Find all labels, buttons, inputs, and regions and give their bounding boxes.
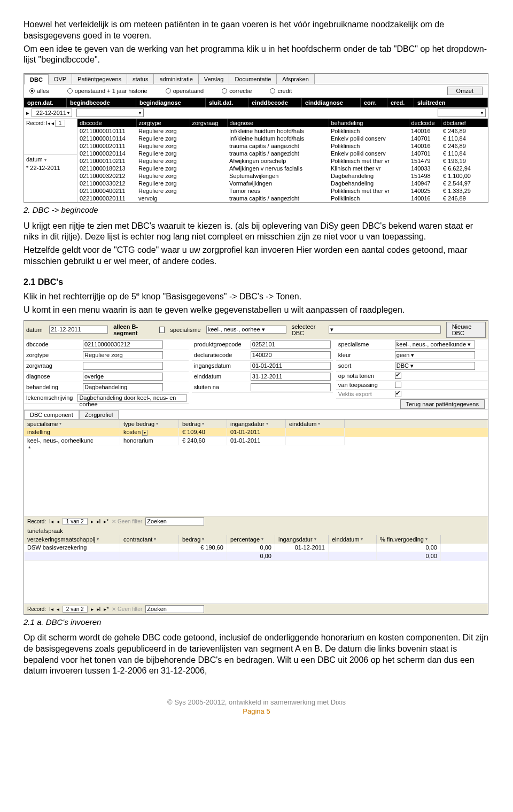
table-row[interactable]: 02110000010111Reguliere zorgInf/kleine h…	[77, 127, 488, 135]
cell: 140701	[409, 135, 441, 142]
table-row[interactable]: 02110000330212Reguliere zorgVormafwijkin…	[77, 180, 488, 187]
tab-dbccomponent[interactable]: DBC component	[24, 410, 79, 419]
dropdown[interactable]: keel-, neus-, oorheelkunde ▾	[395, 341, 475, 349]
terug-button[interactable]: Terug naar patiëntgegevens	[400, 399, 485, 409]
table-row[interactable]: 02110000020111Reguliere zorgtrauma capit…	[77, 142, 488, 150]
field-row: zorgvraag	[24, 361, 189, 372]
nav-prev-icon[interactable]: ◂	[57, 606, 59, 612]
input[interactable]: overige	[83, 373, 163, 381]
cell: 140033	[409, 165, 441, 172]
tab-ovp[interactable]: OVP	[48, 74, 72, 84]
opendat-input[interactable]: 22-12-2011▼	[32, 109, 72, 117]
cell: 02110000180213	[77, 165, 136, 172]
table-row[interactable]: 02110000320212Reguliere zorgSeptumafwijk…	[77, 172, 488, 180]
radio-correctie[interactable]: correctie	[222, 88, 252, 94]
field-row: Vektis export	[336, 390, 488, 399]
input[interactable]: Dagbehandeling	[83, 383, 163, 391]
input[interactable]: Reguliere zorg	[83, 351, 163, 359]
cell: € 246,89	[441, 195, 488, 202]
nav-last-icon[interactable]: ▸I	[97, 606, 101, 612]
cell: 140016	[409, 195, 441, 202]
table-row[interactable]: 02210000020111vervolgtrauma capitis / aa…	[77, 195, 488, 202]
grid-row[interactable]: DSW basisverzekering€ 190,600,0001-12-20…	[24, 544, 488, 552]
tab-patient[interactable]: Patiëntgegevens	[72, 74, 127, 84]
star-date-row: * 22-12-2011	[24, 164, 77, 172]
input[interactable]: 31-12-2011	[251, 373, 331, 381]
cell: 140016	[409, 127, 441, 135]
cell: Dagbehandeling	[329, 180, 409, 187]
table-row[interactable]: 02110000400211Reguliere zorgTumor neusPo…	[77, 187, 488, 195]
nav-prev-icon[interactable]: ◂	[51, 120, 54, 126]
table-row[interactable]: 02110000110211Reguliere zorgAfwijkingen …	[77, 157, 488, 165]
zoeken-input[interactable]: Zoeken	[145, 605, 204, 613]
nav-first-icon[interactable]: I◂	[49, 519, 53, 524]
input[interactable]	[251, 383, 331, 391]
table-row[interactable]: 02110000010114Reguliere zorgInf/kleine h…	[77, 135, 488, 142]
input[interactable]: 140020	[251, 351, 331, 359]
th-behandeling: behandeling	[329, 119, 409, 127]
table-row[interactable]: 02110000180213Reguliere zorgAfwijkingen …	[77, 165, 488, 172]
nieuwe-dbc-button[interactable]: Nieuwe DBC	[446, 322, 486, 338]
cell: 02210000020111	[77, 195, 136, 202]
header-row-top: open.dat. begindbccode begindiagnose slu…	[24, 98, 488, 107]
nav-last-icon[interactable]: ▸I	[97, 519, 101, 524]
grid-row[interactable]: keel-, neus-, oorheelkunchonorarium€ 240…	[24, 437, 488, 445]
checkbox[interactable]	[395, 391, 401, 397]
cell: 151479	[409, 157, 441, 165]
sluitreden-dropdown[interactable]: ▼	[438, 109, 486, 117]
tab-doc[interactable]: Documentatie	[229, 74, 277, 84]
zoeken-input[interactable]: Zoeken	[145, 517, 204, 525]
field-label: declaratiecode	[194, 352, 247, 358]
th-zorgvraag: zorgvraag	[190, 119, 227, 127]
cell: Poliklinisch met ther vr	[329, 157, 409, 165]
selecteer-dbc-dropdown[interactable]: ▾	[329, 326, 441, 334]
dropdown[interactable]: geen ▾	[395, 351, 475, 359]
hdr-einddiagnose: einddiagnose	[302, 98, 361, 107]
nav-new-icon[interactable]: ▸*	[104, 519, 108, 524]
alleenb-checkbox[interactable]	[159, 327, 165, 333]
tab-admin[interactable]: administratie	[153, 74, 198, 84]
cell: Reguliere zorg	[136, 172, 190, 180]
cell: Dagbehandeling	[329, 172, 409, 180]
tab-zorgprofiel[interactable]: Zorgprofiel	[79, 410, 119, 419]
tab-afspraken[interactable]: Afspraken	[276, 74, 315, 84]
nav-next-icon[interactable]: ▸	[91, 519, 94, 524]
checkbox[interactable]	[395, 373, 401, 379]
tab-verslag[interactable]: Verslag	[198, 74, 230, 84]
specialisme-dropdown[interactable]: keel-, neus-, oorhee ▾	[206, 326, 286, 334]
checkbox[interactable]	[395, 382, 401, 388]
datum-input[interactable]: 21-12-2011	[49, 326, 108, 334]
grid-row[interactable]: instellingkosten ▾€ 109,4001-01-2011	[24, 428, 488, 437]
field-row: soortDBC ▾	[336, 361, 488, 372]
tabs-row: DBC OVP Patiëntgegevens status administr…	[24, 74, 488, 84]
field-label: op nota tonen	[338, 373, 392, 379]
opendat-row: ▸ 22-12-2011▼ ▼ ▼	[24, 107, 488, 119]
radio-openstaand-hist[interactable]: openstaand + 1 jaar historie	[67, 88, 147, 94]
radio-alles[interactable]: alles	[29, 88, 49, 94]
input[interactable]	[83, 362, 163, 370]
nav-first-icon[interactable]: I◂	[46, 120, 50, 126]
input[interactable]: Dagbehandeling door keel-, neus- en oorh…	[77, 394, 186, 402]
radio-credit[interactable]: credit	[270, 88, 292, 94]
nav-first-icon[interactable]: I◂	[49, 606, 53, 612]
radio-openstaand[interactable]: openstaand	[166, 88, 204, 94]
nav-new-icon[interactable]: ▸*	[104, 606, 108, 612]
begindbccode-dropdown[interactable]: ▼	[76, 109, 144, 117]
omzet-button[interactable]: Omzet	[447, 87, 483, 95]
field-row: einddatum31-12-2011	[192, 372, 333, 382]
tab-dbc[interactable]: DBC	[24, 74, 49, 84]
screenshot-dbc-invoeren: datum 21-12-2011 alleen B-segment specia…	[24, 320, 488, 615]
grid-row[interactable]: 0,000,00	[24, 552, 488, 561]
nav-next-icon[interactable]: ▸	[91, 606, 94, 612]
hdr-cred: cred.	[387, 98, 414, 107]
input[interactable]: 02110000030212	[83, 341, 163, 349]
cell	[190, 157, 227, 165]
input[interactable]: 01-01-2011	[251, 362, 331, 370]
nav-prev-icon[interactable]: ◂	[57, 519, 59, 524]
table-row[interactable]: 02110000020114Reguliere zorgtrauma capit…	[77, 150, 488, 157]
intro-para-1: Hoewel het verleidelijk is om meteen pat…	[24, 19, 489, 42]
tab-status[interactable]: status	[127, 74, 154, 84]
input[interactable]: 0252101	[251, 341, 331, 349]
dropdown[interactable]: DBC ▾	[395, 362, 475, 370]
cell: Afwijkingen v nervus facialis	[227, 165, 329, 172]
